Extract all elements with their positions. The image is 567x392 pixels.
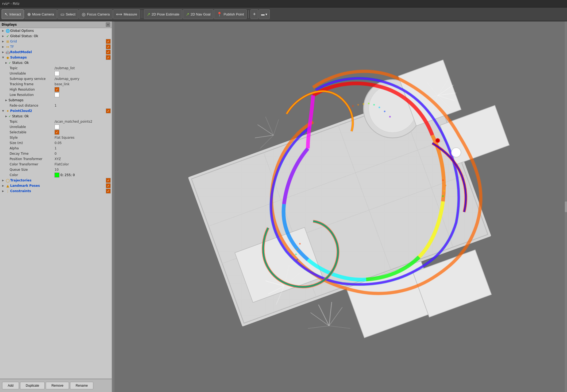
landmark-poses-arrow: ▶: [2, 184, 5, 187]
global-status-label: Global Status: Ok: [10, 34, 111, 38]
submaps-arrow: ▼: [2, 56, 5, 59]
move-camera-label: Move Camera: [32, 12, 54, 16]
move-camera-button[interactable]: ⊕ Move Camera: [24, 9, 57, 19]
pc2-decay-label: Decay Time: [0, 152, 53, 156]
add-toolbar-button[interactable]: +: [250, 9, 258, 19]
svg-point-56: [295, 254, 297, 255]
global-status-item[interactable]: ▶ ✓ Global Status: Ok: [0, 33, 112, 39]
pc2-decay-row: Decay Time 0: [0, 151, 112, 156]
grid-item[interactable]: ▶ ⊞ Grid: [0, 39, 112, 44]
submaps-topic-value: /submap_list: [53, 66, 112, 70]
tf-checkbox[interactable]: [106, 44, 111, 49]
pc2-alpha-row: Alpha 1: [0, 146, 112, 151]
measure-icon: ⟺: [116, 12, 122, 17]
focus-camera-button[interactable]: ◎ Focus Camera: [79, 9, 113, 19]
pc2-style-row: Style Flat Squares: [0, 135, 112, 140]
trajectories-item[interactable]: ▶ ◯ Trajectories: [0, 178, 112, 183]
submaps-unreliable-checkbox[interactable]: [55, 71, 59, 76]
pc2-alpha-value: 1: [53, 146, 112, 150]
add-button[interactable]: Add: [2, 382, 19, 389]
pc2-selectable-label: Selectable: [0, 130, 53, 134]
submaps-status-label: Status: Ok: [11, 61, 111, 65]
pc2-queuesize-label: Queue Size: [0, 168, 53, 172]
robotmodel-arrow: ▶: [2, 51, 5, 53]
measure-label: Measure: [124, 12, 137, 16]
submaps-topic-row: Topic /submap_list: [0, 65, 112, 71]
submaps-item[interactable]: ▼ ◆ Submaps: [0, 55, 112, 60]
global-options-label: Global Options: [10, 29, 111, 33]
displays-title: Displays: [2, 23, 17, 26]
submaps-status-arrow: ▶: [5, 61, 9, 64]
pc2-unreliable-checkbox[interactable]: [55, 125, 59, 129]
landmark-poses-checkbox[interactable]: [106, 183, 111, 188]
measure-button[interactable]: ⟺ Measure: [113, 9, 140, 19]
submaps-label: Submaps: [10, 56, 106, 59]
landmark-poses-icon: ▲: [5, 184, 10, 188]
pointcloud2-item[interactable]: ▼ ✦ PointCloud2: [0, 108, 112, 114]
pc2-size-value: 0.05: [53, 141, 112, 145]
displays-header: Displays ✕: [0, 21, 112, 28]
publish-point-button[interactable]: 📍 Publish Point: [214, 9, 247, 19]
svg-point-50: [442, 179, 444, 181]
submaps-sub-item[interactable]: ▶ Submaps: [0, 98, 112, 103]
displays-close-button[interactable]: ✕: [106, 22, 110, 27]
constraints-item[interactable]: ▶ ⋮ Constraints: [0, 188, 112, 194]
robotmodel-item[interactable]: ▶ 🤖 RobotModel: [0, 49, 112, 55]
pc2-color-swatch[interactable]: [55, 173, 59, 177]
displays-content[interactable]: ▶ 🌐 Global Options ▶ ✓ Global Status: Ok…: [0, 28, 112, 379]
interact-button[interactable]: ↖ Interact: [2, 9, 24, 19]
2d-nav-label: 2D Nav Goal: [191, 12, 210, 16]
rename-button[interactable]: Rename: [70, 382, 93, 389]
submaps-lowres-checkbox[interactable]: [55, 92, 59, 97]
submaps-highres-checkbox[interactable]: [55, 87, 59, 92]
global-options-item[interactable]: ▶ 🌐 Global Options: [0, 28, 112, 33]
viewport[interactable]: [112, 21, 567, 392]
pc2-status-label: Status: Ok: [11, 114, 111, 118]
tf-item[interactable]: ▶ ↔ TF: [0, 44, 112, 49]
svg-point-49: [389, 116, 391, 118]
rviz-map-svg: [112, 21, 567, 392]
trajectories-arrow: ▶: [2, 179, 5, 182]
global-status-arrow: ▶: [2, 35, 5, 37]
2d-nav-icon: ↗: [186, 12, 189, 17]
submaps-checkbox[interactable]: [106, 55, 111, 60]
constraints-arrow: ▶: [2, 190, 5, 192]
publish-point-icon: 📍: [217, 12, 222, 17]
constraints-checkbox[interactable]: [106, 189, 111, 193]
grid-checkbox[interactable]: [106, 39, 111, 44]
tf-label: TF: [10, 45, 106, 49]
panel-resize-handle[interactable]: [565, 201, 567, 212]
2d-pose-icon: ↗: [147, 12, 150, 17]
pc2-coltrans-row: Color Transformer FlatColor: [0, 162, 112, 167]
pc2-selectable-checkbox[interactable]: [55, 130, 59, 135]
pc2-color-label: Color: [0, 173, 53, 177]
pc2-postrans-label: Position Transformer: [0, 157, 53, 161]
svg-point-59: [452, 148, 461, 157]
submaps-fadeout-label: Fade-out distance: [0, 104, 53, 107]
pc2-size-row: Size (m) 0.05: [0, 140, 112, 146]
submaps-query-value: /submap_query: [53, 77, 112, 81]
main-layout: Displays ✕ ▶ 🌐 Global Options ▶ ✓ Global…: [0, 21, 567, 392]
submaps-icon: ◆: [5, 56, 10, 60]
pointcloud2-checkbox[interactable]: [106, 108, 111, 113]
svg-point-55: [296, 248, 298, 250]
submaps-tracking-value: base_link: [53, 82, 112, 86]
tf-arrow: ▶: [2, 45, 5, 48]
submaps-highres-row: High Resolution: [0, 87, 112, 92]
2d-pose-button[interactable]: ↗ 2D Pose Estimate: [144, 9, 182, 19]
pointcloud2-label: PointCloud2: [10, 109, 106, 113]
robotmodel-checkbox[interactable]: [106, 50, 111, 55]
submaps-topic-label: Topic: [0, 66, 53, 70]
duplicate-button[interactable]: Duplicate: [20, 382, 45, 389]
svg-point-58: [435, 138, 440, 143]
pc2-postrans-value: XYZ: [53, 157, 112, 161]
remove-button[interactable]: Remove: [46, 382, 69, 389]
landmark-poses-item[interactable]: ▶ ▲ Landmark Poses: [0, 183, 112, 188]
trajectories-checkbox[interactable]: [106, 178, 111, 183]
pc2-topic-value: /scan_matched_points2: [53, 120, 112, 123]
select-button[interactable]: ▭ Select: [57, 9, 78, 19]
trajectories-label: Trajectories: [10, 178, 106, 182]
pc2-queuesize-value: 10: [53, 168, 112, 172]
more-button[interactable]: ▬ ▾: [259, 9, 270, 19]
2d-nav-button[interactable]: ↗ 2D Nav Goal: [183, 9, 213, 19]
